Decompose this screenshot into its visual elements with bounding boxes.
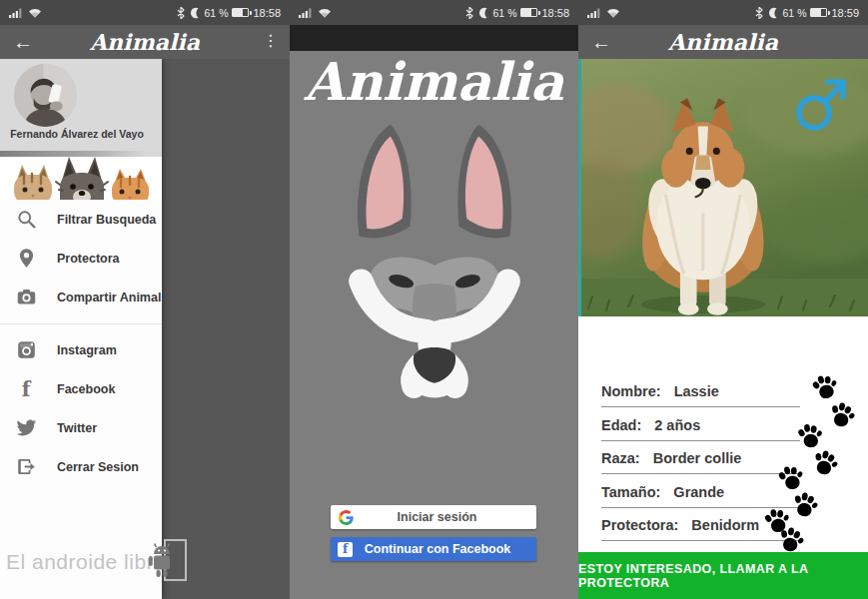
drawer-scrim[interactable]: Fernando Álvarez del Vayo [0, 59, 290, 599]
camera-icon [15, 287, 37, 308]
twitter-icon [15, 417, 37, 439]
tabby-cat [14, 165, 52, 200]
drawer-item-compartir-animal[interactable]: Compartir Animal [0, 278, 162, 316]
signal-icon [9, 8, 23, 18]
battery-percent: 61 % [493, 7, 517, 19]
facebook-login-button[interactable]: f Continuar con Facebook [331, 537, 536, 561]
screen-drawer: 61 % 18:58 ← Animalia ⋮ [0, 0, 290, 599]
avatar [14, 64, 77, 127]
field-nombre: Nombre: Lassie [601, 374, 800, 407]
battery-icon [520, 8, 537, 17]
status-time: 18:58 [253, 7, 281, 19]
drawer-item-instagram[interactable]: Instagram [0, 330, 162, 369]
status-time: 18:58 [541, 7, 569, 19]
logout-icon [15, 456, 37, 478]
wifi-icon [318, 7, 332, 18]
field-raza: Raza: Border collie [601, 441, 800, 474]
battery-icon [810, 8, 827, 17]
app-title: Animalia [0, 29, 290, 55]
bluetooth-icon [465, 7, 473, 19]
status-time: 18:59 [831, 7, 859, 19]
wifi-icon [606, 7, 620, 18]
drawer-item-protectora[interactable]: Protectora [0, 239, 162, 278]
pet-details: Nombre: Lassie Edad: 2 años Raza: Border… [578, 316, 868, 552]
status-bar: 61 % 18:59 [578, 0, 868, 25]
night-mode-icon [477, 7, 489, 19]
back-icon[interactable]: ← [13, 32, 33, 52]
drawer-item-twitter[interactable]: Twitter [0, 408, 162, 447]
interested-call-shelter-button[interactable]: ESTOY INTERESADO, LLAMAR A LA PROTECTORA [578, 552, 868, 599]
android-robot-icon [148, 539, 188, 585]
screen-pet-detail: 61 % 18:59 ← Animalia [578, 0, 868, 599]
app-bar: ← Animalia [578, 25, 868, 59]
app-title: Animalia [578, 29, 868, 55]
google-signin-button[interactable]: Iniciar sesión [331, 505, 536, 529]
field-tamano: Tamaño: Grande [601, 474, 800, 507]
battery-icon [232, 8, 249, 17]
instagram-icon [15, 339, 37, 361]
drawer-item-facebook[interactable]: f Facebook [0, 369, 162, 408]
overflow-menu-icon[interactable]: ⋮ [263, 32, 279, 50]
animal-banner [0, 157, 162, 200]
user-name: Fernando Álvarez del Vayo [0, 128, 154, 140]
male-gender-icon [792, 73, 850, 139]
facebook-logo-icon: f [338, 542, 353, 557]
wolf-illustration [332, 118, 537, 413]
bluetooth-icon [755, 7, 763, 19]
screen-login: 61 % 18:58 Animalia [290, 0, 578, 599]
night-mode-icon [189, 7, 201, 19]
night-mode-icon [767, 7, 779, 19]
back-icon[interactable]: ← [591, 32, 611, 52]
signal-icon [587, 8, 601, 18]
app-logo: Animalia [290, 51, 578, 112]
google-icon [339, 510, 354, 525]
drawer-item-filtrar-busqueda[interactable]: Filtrar Busqueda [0, 200, 162, 239]
drawer-header[interactable]: Fernando Álvarez del Vayo [0, 59, 162, 151]
bluetooth-icon [177, 7, 185, 19]
scruffy-dog [56, 157, 108, 200]
search-icon [15, 209, 37, 231]
menu-divider [0, 323, 162, 324]
location-pin-icon [15, 248, 37, 270]
orange-cat [112, 169, 149, 200]
pet-photo [578, 59, 868, 316]
status-bar: 61 % 18:58 [0, 0, 290, 25]
app-bar: ← Animalia ⋮ [0, 25, 290, 59]
field-protectora: Protectora: Benidorm [601, 508, 800, 541]
status-bar: 61 % 18:58 [290, 0, 578, 25]
field-edad: Edad: 2 años [601, 407, 800, 440]
facebook-icon: f [15, 378, 37, 400]
navigation-drawer: Fernando Álvarez del Vayo [0, 59, 162, 599]
battery-percent: 61 % [783, 7, 807, 19]
three-screen-collage: 61 % 18:58 ← Animalia ⋮ [0, 0, 868, 599]
watermark-text: El androide libre [6, 550, 166, 574]
photo-edge-strip [578, 59, 581, 316]
wifi-icon [28, 7, 42, 18]
battery-percent: 61 % [205, 7, 229, 19]
drawer-item-cerrar-sesion[interactable]: Cerrar Sesion [0, 447, 162, 486]
signal-icon [299, 8, 313, 18]
